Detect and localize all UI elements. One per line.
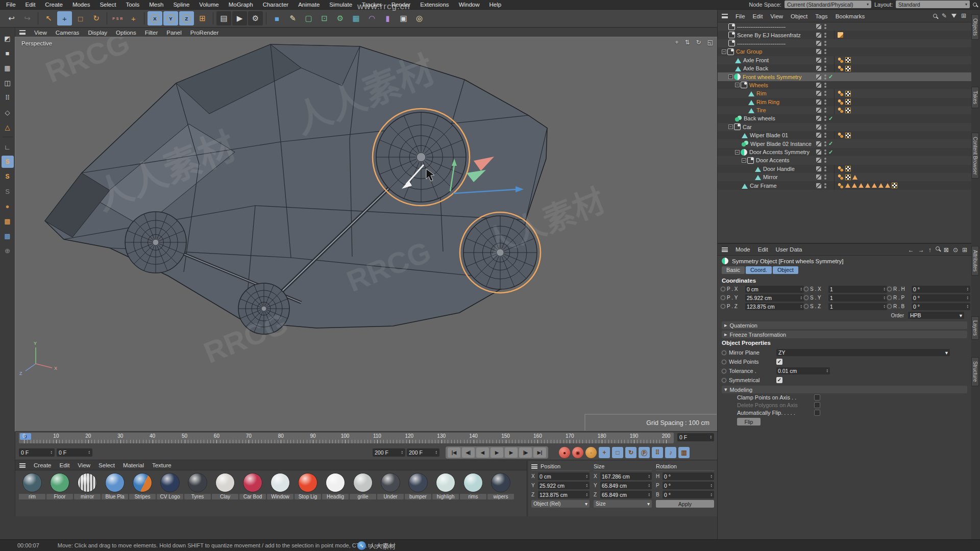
attribute-menu-user-data[interactable]: User Data bbox=[776, 246, 802, 253]
expander-icon[interactable]: − bbox=[735, 150, 740, 155]
material-swatch[interactable]: Tyres bbox=[184, 473, 211, 499]
visibility-dots[interactable] bbox=[824, 158, 827, 163]
visibility-dots[interactable] bbox=[824, 74, 827, 80]
coordinate-field[interactable]: 0 cm bbox=[745, 286, 804, 293]
tri-tag[interactable] bbox=[845, 183, 850, 188]
points-mode-button[interactable]: ⠿ bbox=[2, 91, 14, 104]
object-manager-menu-bookmarks[interactable]: Bookmarks bbox=[836, 13, 865, 19]
visibility-dots[interactable] bbox=[824, 149, 827, 155]
phong-tag[interactable] bbox=[838, 183, 844, 189]
range-field[interactable]: 200 F bbox=[407, 448, 439, 457]
tri-tag[interactable] bbox=[852, 175, 857, 180]
tri-tag[interactable] bbox=[885, 183, 890, 188]
layer-toggle[interactable] bbox=[816, 133, 821, 138]
menu-character[interactable]: Character bbox=[263, 2, 289, 8]
material-swatch[interactable]: Headlig bbox=[322, 473, 349, 499]
goto-start-button[interactable]: |◀ bbox=[448, 447, 460, 458]
material-swatch[interactable]: wipers bbox=[487, 473, 514, 499]
menu-icon[interactable] bbox=[19, 463, 26, 468]
lock-y-axis-button[interactable]: Y bbox=[163, 11, 178, 26]
layer-toggle[interactable] bbox=[816, 58, 821, 63]
material-swatch[interactable]: Blue Pla bbox=[101, 473, 129, 499]
clamp-points-checkbox[interactable] bbox=[814, 394, 820, 400]
viewport-menu-prorender[interactable]: ProRender bbox=[190, 30, 219, 36]
key-ring-icon[interactable] bbox=[722, 369, 726, 373]
layer-toggle[interactable] bbox=[816, 108, 821, 113]
spinner-icon[interactable] bbox=[884, 287, 886, 291]
next-frame-button[interactable]: ▶ bbox=[505, 447, 518, 458]
symmetrical-checkbox[interactable]: ✓ bbox=[776, 377, 782, 383]
uv-tag[interactable] bbox=[845, 66, 851, 71]
flip-button[interactable]: Flip bbox=[737, 418, 761, 425]
panel-tab-content-browser[interactable]: Content Browser bbox=[971, 133, 979, 179]
spinner-icon[interactable] bbox=[648, 474, 650, 479]
phong-tag[interactable] bbox=[838, 99, 844, 105]
coordinate-mode-dropdown[interactable]: Size▾ bbox=[594, 500, 652, 508]
filter-icon[interactable] bbox=[951, 14, 957, 18]
layer-toggle[interactable] bbox=[816, 49, 821, 54]
spinner-icon[interactable] bbox=[800, 305, 802, 309]
material-swatch[interactable]: highligh bbox=[432, 473, 459, 499]
key-ring-icon[interactable] bbox=[721, 287, 725, 291]
spinner-icon[interactable] bbox=[800, 287, 802, 291]
goto-end-button[interactable]: ▶| bbox=[533, 447, 546, 458]
spinner-icon[interactable] bbox=[648, 493, 650, 497]
pan-view-icon[interactable]: + bbox=[675, 39, 679, 46]
material-swatch[interactable]: grille bbox=[349, 473, 377, 499]
panel-tab-layers[interactable]: Layers bbox=[971, 316, 979, 340]
material-menu-view[interactable]: View bbox=[78, 462, 90, 468]
coordinate-mode-dropdown[interactable]: Object (Rel)▾ bbox=[531, 500, 590, 508]
menu-extensions[interactable]: Extensions bbox=[420, 2, 449, 8]
key-rotation-button[interactable]: ↻ bbox=[625, 447, 636, 458]
spinner-icon[interactable] bbox=[710, 493, 713, 497]
isoline-editing-button[interactable]: ▩ bbox=[2, 215, 14, 227]
tri-tag[interactable] bbox=[872, 183, 877, 188]
coordinate-field[interactable]: 0 ° bbox=[912, 294, 970, 302]
panel-tab-attributes[interactable]: Attributes bbox=[971, 246, 979, 276]
object-tree-row[interactable]: −Door Accents Symmetry✓ bbox=[718, 148, 971, 156]
key-ring-icon[interactable] bbox=[887, 295, 892, 300]
viewport[interactable]: Perspective +⇅↻◱ bbox=[15, 37, 717, 431]
key-ring-icon[interactable] bbox=[804, 287, 808, 291]
tri-tag[interactable] bbox=[852, 183, 857, 188]
menu-mograph[interactable]: MoGraph bbox=[229, 2, 253, 8]
current-frame-field[interactable]: 0 F bbox=[677, 433, 714, 441]
menu-file[interactable]: File bbox=[6, 2, 16, 8]
coordinate-field[interactable]: 0 ° bbox=[912, 303, 970, 310]
layer-toggle[interactable] bbox=[816, 83, 821, 88]
object-manager-menu-tags[interactable]: Tags bbox=[815, 13, 827, 19]
spinner-icon[interactable] bbox=[710, 484, 713, 488]
spinner-icon[interactable] bbox=[967, 305, 969, 309]
object-tree-row[interactable]: −Car bbox=[718, 123, 971, 131]
uv-tag[interactable] bbox=[845, 57, 851, 63]
visibility-dots[interactable] bbox=[824, 66, 827, 71]
layer-toggle[interactable] bbox=[816, 116, 821, 121]
mirror-plane-dropdown[interactable]: ZY ▾ bbox=[776, 349, 950, 356]
node-space-dropdown[interactable]: Current (Standard/Physical) ▾ bbox=[785, 1, 871, 8]
viewport-menu-view[interactable]: View bbox=[34, 30, 47, 36]
uv-tag[interactable] bbox=[845, 91, 851, 96]
quaternion-fold[interactable]: ▸ Quaternion bbox=[722, 321, 967, 329]
spline-pen-button[interactable]: ✎ bbox=[285, 11, 300, 26]
workplane-button[interactable]: ∟ bbox=[2, 141, 14, 153]
material-swatch[interactable]: Under bbox=[377, 473, 404, 499]
volume-builder-button[interactable]: ▦ bbox=[349, 11, 363, 26]
uv-tag[interactable] bbox=[845, 133, 851, 138]
tab-object[interactable]: Object bbox=[773, 266, 798, 274]
range-field[interactable]: 200 F bbox=[373, 448, 405, 457]
phong-tag[interactable] bbox=[838, 166, 844, 172]
wheel[interactable] bbox=[125, 212, 186, 273]
enabled-check-icon[interactable]: ✓ bbox=[828, 140, 833, 147]
model-mode-button[interactable]: ■ bbox=[2, 47, 14, 59]
layer-toggle[interactable] bbox=[816, 41, 821, 46]
visibility-dots[interactable] bbox=[824, 124, 827, 130]
enable-snap-button[interactable]: S bbox=[2, 156, 14, 168]
visibility-dots[interactable] bbox=[824, 166, 827, 171]
coordinate-field[interactable]: 1 bbox=[828, 286, 887, 293]
visibility-dots[interactable] bbox=[824, 91, 827, 96]
layout-dropdown[interactable]: Standard ▾ bbox=[896, 1, 970, 8]
material-menu-edit[interactable]: Edit bbox=[60, 462, 70, 468]
material-swatch[interactable]: Stripes bbox=[129, 473, 156, 499]
coordinate-field[interactable]: 0 ° bbox=[912, 286, 970, 293]
object-tree-row[interactable]: −Door Accents bbox=[718, 156, 971, 164]
